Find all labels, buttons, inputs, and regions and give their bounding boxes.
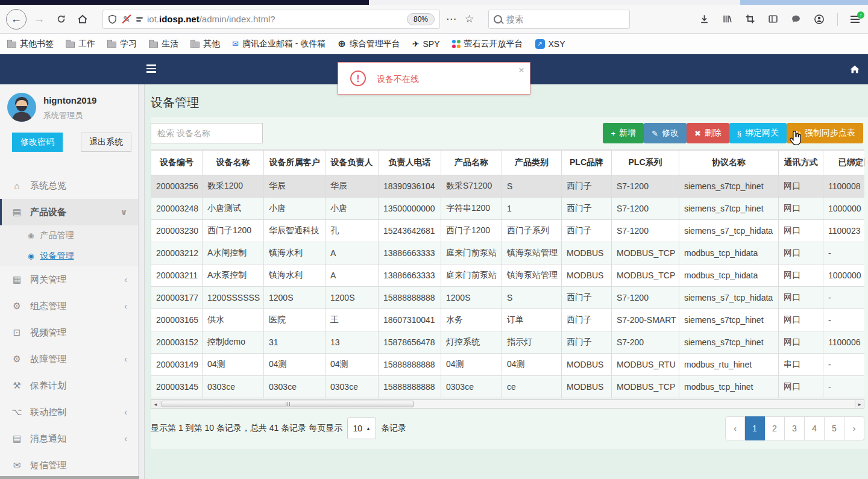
page-button-4[interactable]: 4 [805,416,825,440]
menu-icon[interactable]: ↑ [851,16,860,23]
page-button-2[interactable]: 2 [765,416,785,440]
edit-button[interactable]: ✎修改 [644,123,687,143]
sidebar-item-maintenance-plan[interactable]: ⚒保养计划 [0,372,138,399]
sidebar-item-message-notification[interactable]: ▤消息通知‹ [0,425,138,452]
sidebar-item-video-management[interactable]: ⊡视频管理 [0,319,138,346]
table-row[interactable]: 200003152控制demo311315878656478灯控系统指示灯西门子… [151,331,865,354]
bookmark-item[interactable]: ✉腾讯企业邮箱 - 收件箱 [232,39,326,49]
column-header: 通讯方式 [779,151,823,175]
table-cell: 15888888888 [379,287,441,309]
table-row[interactable]: 20000314904测04测04测1588888888804测04测MODBU… [151,354,865,376]
table-cell: S7-1200 [612,175,679,198]
table-cell: 西门子 [562,175,612,198]
browser-home-button[interactable] [74,10,92,28]
bookmark-star-icon[interactable]: ☆ [462,13,476,25]
url-text[interactable]: iot.idosp.net/admin/index.html? [147,14,403,24]
page-button-3[interactable]: 3 [785,416,805,440]
bookmark-item[interactable]: ⊕综合管理平台 [338,39,400,49]
sidebar-item-label: 产品设备 [30,207,66,218]
bookmark-item[interactable]: 其他 [190,39,220,49]
add-button[interactable]: +新增 [603,123,644,143]
url-bar[interactable]: ✎ iot.idosp.net/admin/index.html? 80% [102,10,440,29]
table-row[interactable]: 2000031450303ce0303ce0303ce1588888888803… [151,376,865,398]
browser-search-input[interactable] [506,14,609,24]
browser-toolbar: ← → ✎ iot.idosp.net/admin/index.html? 80… [0,5,868,34]
sidebar-item-sms-management[interactable]: ✉短信管理 [0,452,138,478]
table-row[interactable]: 2000031771200SSSSSS1200S1200S15888888888… [151,287,865,309]
zoom-level-badge[interactable]: 80% [407,13,435,25]
bookmark-item[interactable]: 其他书签 [7,39,54,49]
bookmark-item[interactable]: 学习 [107,39,137,49]
tencent-mail-icon: ✉ [232,39,239,48]
sidebar-toggle-icon[interactable] [146,64,156,73]
device-table-wrap: 设备编号设备名称设备所属客户设备负责人负责人电话产品名称产品类别PLC品牌PLC… [151,149,864,398]
sidebar-item-gateway-management[interactable]: ▦网关管理‹ [0,266,138,293]
pocket-speech-icon[interactable] [791,14,801,24]
table-row[interactable]: 200003212A水闸控制镇海水利A13886663333庭来门前泵站镇海泵站… [151,242,865,265]
sidebar-item-product-management[interactable]: ◉产品管理 [0,225,138,246]
table-row[interactable]: 200003230西门子1200华辰智通科技孔15243642681西门子120… [151,220,865,242]
table-row[interactable]: 200003248小唐测试小唐小唐13500000000字符串12001西门子S… [151,198,865,220]
table-cell: 1200S [326,287,379,309]
permissions-icon[interactable] [136,17,143,22]
page-button-5[interactable]: 5 [825,416,844,440]
sidebar-item-device-management[interactable]: ◉设备管理 [0,246,138,266]
sidebar-item-system-overview[interactable]: ⌂系统总览 [0,172,138,199]
sidebar-item-label: 消息通知 [30,433,66,445]
scrollbar-thumb[interactable] [162,401,414,407]
table-row[interactable]: 200003211A水泵控制镇海水利A13886663333庭来门前泵站镇海泵站… [151,265,865,287]
bookmark-item[interactable]: ↗XSY [535,39,565,49]
table-cell: 串口 [779,354,823,376]
change-password-button[interactable]: 修改密码 [12,133,63,152]
sidebar-subitem-label: 产品管理 [40,230,74,241]
sidebar-item-product-device[interactable]: ▤产品设备∨ [0,199,138,225]
downloads-icon[interactable] [699,14,709,24]
forward-button[interactable]: → [30,10,48,28]
table-cell: 网口 [779,242,823,265]
table-row[interactable]: 200003256数采1200华辰华辰18390936104数采S71200S西… [151,175,865,198]
bookmark-item[interactable]: 生活 [149,39,178,49]
screenshot-crop-icon[interactable] [745,14,755,24]
sidebar-item-fault-management[interactable]: ⚙故障管理‹ [0,346,138,372]
table-cell: 04测 [264,354,326,376]
table-cell: 04测 [441,354,502,376]
bookmark-item[interactable]: ✈SPY [412,39,440,49]
bookmark-item[interactable]: 萤石云开放平台 [452,39,523,49]
shield-icon[interactable] [108,14,117,24]
delete-button[interactable]: ✖删除 [687,123,729,143]
account-icon[interactable] [814,14,825,25]
scroll-left-arrow[interactable]: ◂ [151,399,160,409]
sidebar-item-linkage-control[interactable]: ⌥联动控制‹ [0,399,138,425]
alert-close-icon[interactable]: × [518,64,524,77]
table-cell: 200003212 [151,242,203,265]
reload-button[interactable] [52,10,70,28]
browser-search-box[interactable] [488,10,630,29]
bookmark-label: 其他 [203,39,220,49]
blocked-pen-icon[interactable]: ✎ [121,14,132,24]
table-cell: 0303ce [326,376,379,398]
library-icon[interactable] [722,14,732,24]
bind-gateway-button[interactable]: §绑定网关 [729,123,787,143]
page-actions-icon[interactable]: ⋯ [444,13,459,25]
back-button[interactable]: ← [6,9,27,30]
table-cell: 18607310041 [379,309,441,331]
pagination: ‹12345› [725,416,864,440]
table-row[interactable]: 200003165供水医院王18607310041水务订单西门子S7-200-S… [151,309,865,331]
sidebars-icon[interactable] [768,14,778,24]
page-size-dropdown[interactable]: 10 ▲ [347,418,376,439]
page-prev-button[interactable]: ‹ [725,416,745,440]
bookmark-label: SPY [423,39,440,49]
page-next-button[interactable]: › [844,416,864,440]
bookmark-item[interactable]: 工作 [66,39,95,49]
table-cell: - [823,309,865,331]
sidebar-scrollbar[interactable] [139,84,145,479]
table-cell: 庭来门前泵站 [441,242,502,265]
device-search-input[interactable] [151,123,263,143]
app-home-icon[interactable] [849,63,861,78]
web-app: ! 设备不在线 × hignton2019 系统管理员 修改密码 退出 [0,54,868,479]
logout-button[interactable]: 退出系统 [81,133,131,152]
scroll-right-arrow[interactable]: ▸ [855,399,864,409]
page-button-1[interactable]: 1 [745,416,765,440]
scrollbar-track[interactable] [160,399,855,409]
sidebar-item-configuration-management[interactable]: ⚙组态管理‹ [0,293,138,319]
